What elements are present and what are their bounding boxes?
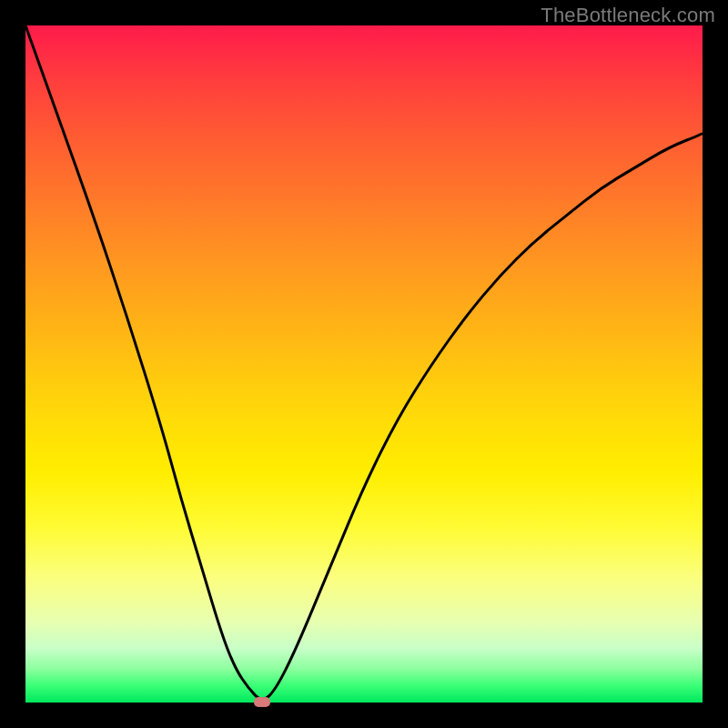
optimum-marker bbox=[254, 697, 270, 707]
watermark-text: TheBottleneck.com bbox=[541, 4, 715, 27]
plot-area bbox=[25, 25, 703, 703]
chart-frame: TheBottleneck.com bbox=[0, 0, 728, 728]
curve-path bbox=[25, 25, 703, 699]
bottleneck-curve bbox=[25, 25, 703, 703]
